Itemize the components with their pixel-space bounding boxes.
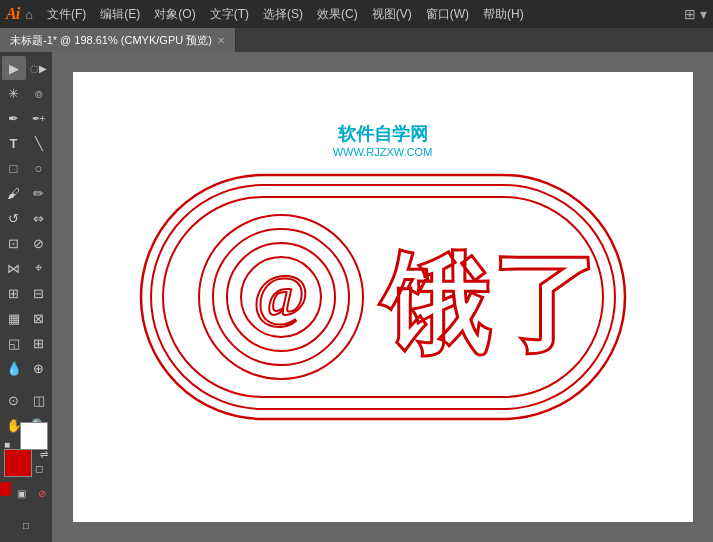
tab-close-button[interactable]: ✕ [217, 35, 225, 46]
ai-logo: Ai [6, 5, 19, 23]
artboard: 软件自学网 WWW.RJZXW.COM [73, 72, 693, 522]
selection-tool[interactable]: ▶ [2, 56, 26, 80]
svg-text:@: @ [253, 262, 308, 328]
home-icon[interactable]: ⌂ [25, 7, 33, 22]
background-color[interactable] [20, 422, 48, 450]
svg-text:饿了: 饿了 [379, 242, 601, 365]
rotate-tool[interactable]: ↺ [2, 206, 26, 230]
canvas-area[interactable]: 软件自学网 WWW.RJZXW.COM [52, 52, 713, 542]
menu-window[interactable]: 窗口(W) [420, 4, 475, 25]
gradient-tool[interactable]: ◱ [2, 331, 26, 355]
paintbrush-tool[interactable]: 🖌 [2, 181, 26, 205]
menu-text[interactable]: 文字(T) [204, 4, 255, 25]
slice-tool[interactable]: ◫ [27, 388, 51, 412]
menu-help[interactable]: 帮助(H) [477, 4, 530, 25]
lasso-tool[interactable]: ⌾ [27, 81, 51, 105]
free-transform-tool[interactable]: ⊞ [2, 281, 26, 305]
symbol-tool[interactable]: ⊙ [2, 388, 26, 412]
pen-tool[interactable]: ✒ [2, 106, 26, 130]
artwork-svg: @ 饿了 [133, 167, 633, 427]
magic-wand-tool[interactable]: ✳ [2, 81, 26, 105]
color-swatches: ⇌ ■ [4, 449, 48, 450]
shear-tool[interactable]: ⊘ [27, 231, 51, 255]
perspective-tool[interactable]: ⊠ [27, 306, 51, 330]
menu-object[interactable]: 对象(O) [148, 4, 201, 25]
document-tab[interactable]: 未标题-1* @ 198.61% (CMYK/GPU 预览) ✕ [0, 28, 236, 52]
menu-file[interactable]: 文件(F) [41, 4, 92, 25]
line-tool[interactable]: ╲ [27, 131, 51, 155]
tab-bar: 未标题-1* @ 198.61% (CMYK/GPU 预览) ✕ [0, 28, 713, 52]
direct-selection-tool[interactable]: ◌▶ [27, 56, 51, 80]
color-mode-button[interactable] [0, 482, 11, 496]
watermark-text: 软件自学网 [333, 122, 433, 146]
watermark-url: WWW.RJZXW.COM [333, 146, 433, 158]
width-tool[interactable]: ⋈ [2, 256, 26, 280]
eyedropper-tool[interactable]: 💧 [2, 356, 26, 380]
puppet-warp-tool[interactable]: ⊟ [27, 281, 51, 305]
title-bar: Ai ⌂ 文件(F) 编辑(E) 对象(O) 文字(T) 选择(S) 效果(C)… [0, 0, 713, 28]
swap-colors-icon[interactable]: ⇌ [40, 449, 48, 460]
draw-normal-button[interactable]: □ [14, 514, 38, 538]
type-tool[interactable]: T [2, 131, 26, 155]
menu-edit[interactable]: 编辑(E) [94, 4, 146, 25]
pencil-tool[interactable]: ✏ [27, 181, 51, 205]
foreground-color[interactable] [4, 449, 32, 477]
blend-tool[interactable]: ⊕ [27, 356, 51, 380]
watermark: 软件自学网 WWW.RJZXW.COM [333, 122, 433, 158]
grid-icon[interactable]: ⊞ ▾ [684, 6, 707, 22]
main-layout: ▶ ◌▶ ✳ ⌾ ✒ ✒+ T ╲ □ ○ 🖌 ✏ ↺ ⇔ [0, 52, 713, 542]
title-right: ⊞ ▾ [684, 6, 707, 22]
reset-colors-icon[interactable]: ■ [4, 439, 10, 450]
none-mode-button[interactable]: ⊘ [33, 482, 52, 506]
ellipse-tool[interactable]: ○ [27, 156, 51, 180]
menu-view[interactable]: 视图(V) [366, 4, 418, 25]
menu-effect[interactable]: 效果(C) [311, 4, 364, 25]
graph-tool[interactable]: ▦ [2, 306, 26, 330]
scale-tool[interactable]: ⊡ [2, 231, 26, 255]
warp-tool[interactable]: ⌖ [27, 256, 51, 280]
menu-bar: 文件(F) 编辑(E) 对象(O) 文字(T) 选择(S) 效果(C) 视图(V… [41, 4, 530, 25]
add-anchor-tool[interactable]: ✒+ [27, 106, 51, 130]
tab-label: 未标题-1* @ 198.61% (CMYK/GPU 预览) [10, 33, 212, 48]
toolbar: ▶ ◌▶ ✳ ⌾ ✒ ✒+ T ╲ □ ○ 🖌 ✏ ↺ ⇔ [0, 52, 52, 542]
reflect-tool[interactable]: ⇔ [27, 206, 51, 230]
gradient-mode-button[interactable]: ▣ [12, 482, 31, 506]
menu-select[interactable]: 选择(S) [257, 4, 309, 25]
mesh-tool[interactable]: ⊞ [27, 331, 51, 355]
rectangle-tool[interactable]: □ [2, 156, 26, 180]
